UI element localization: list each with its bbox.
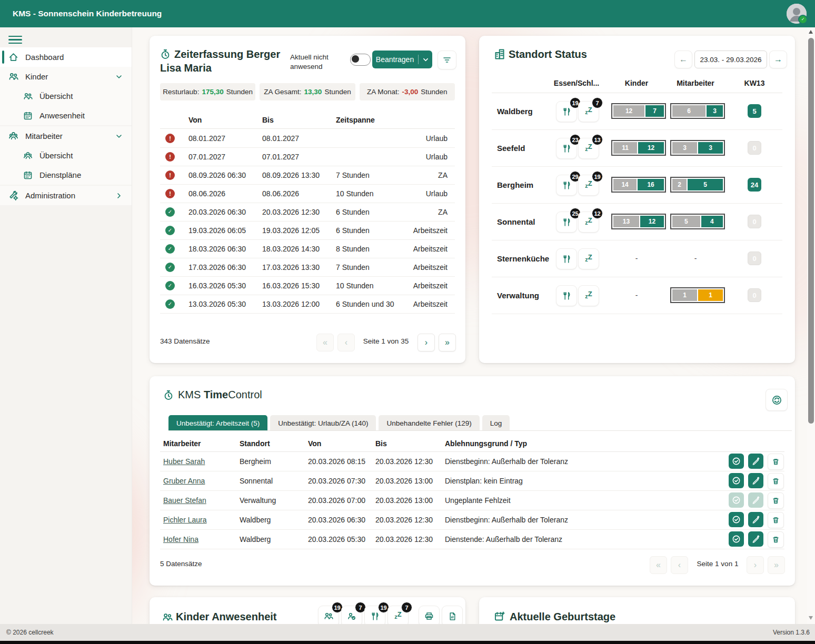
employee-link[interactable]: Bauer Stefan xyxy=(163,496,206,505)
next-week-button[interactable]: → xyxy=(769,51,787,68)
sleep-count-button[interactable]: zZ7 xyxy=(387,606,409,627)
column-bis: Bis xyxy=(262,116,274,124)
meal-count-button[interactable]: 23 xyxy=(556,138,577,159)
sleep-count-button[interactable]: zZ19 xyxy=(578,175,599,196)
meal-count-button[interactable] xyxy=(556,248,577,269)
fork-knife-icon xyxy=(562,144,571,153)
beantragen-button[interactable]: Beantragen xyxy=(372,51,432,68)
sidebar-item-administration[interactable]: Administration xyxy=(0,186,132,205)
filter-button[interactable] xyxy=(438,51,456,69)
meal-count-button[interactable] xyxy=(556,285,577,306)
stat-za-gesamt: ZA Gesamt:13,30Stunden xyxy=(260,83,355,100)
prev-page-icon[interactable]: ‹ xyxy=(671,556,688,574)
sidebar-item-dashboard[interactable]: Dashboard xyxy=(0,47,132,67)
table-row[interactable]: !07.01.202707.01.2027Urlaub xyxy=(160,147,455,166)
refresh-icon xyxy=(772,395,782,405)
sleep-count-button[interactable]: zZ xyxy=(578,248,599,269)
meal-count-button[interactable]: 19 xyxy=(556,101,577,122)
children-icon xyxy=(324,611,333,621)
refresh-button[interactable] xyxy=(766,389,788,411)
print-button[interactable] xyxy=(419,606,440,627)
timecontrol-card: KMS TimeControl Unbestätigt: Arbeitszeit… xyxy=(150,376,795,586)
delete-button[interactable] xyxy=(768,512,784,528)
next-page-icon[interactable]: › xyxy=(418,334,435,351)
page-indicator: Seite 1 von 1 xyxy=(693,560,742,568)
tab-unbestaetigt-arbeitszeit[interactable]: Unbestätigt: Arbeitszeit (5) xyxy=(168,415,267,431)
date-range-picker[interactable]: 23.03. - 29.03.2026 xyxy=(694,51,767,68)
sidebar-item-mitarbeiter-uebersicht[interactable]: Übersicht xyxy=(0,146,132,165)
last-page-icon[interactable]: » xyxy=(439,334,456,351)
delete-button[interactable] xyxy=(768,492,784,509)
sleep-count-button[interactable]: zZ7 xyxy=(578,101,599,122)
standort-title: Standort Status xyxy=(509,48,587,61)
column-essen-schlafen: Essen/Schl... xyxy=(554,79,599,87)
sleep-count-button[interactable]: zZ13 xyxy=(578,138,599,159)
employee-link[interactable]: Pichler Laura xyxy=(163,516,207,524)
column-bis: Bis xyxy=(375,439,387,448)
first-page-icon[interactable]: « xyxy=(650,556,667,574)
filter-icon xyxy=(443,56,451,64)
scrollbar-thumb[interactable] xyxy=(808,38,814,424)
approve-button[interactable] xyxy=(729,454,744,469)
report-button[interactable] xyxy=(442,606,463,627)
sidebar-item-dienstplaene[interactable]: Dienstpläne xyxy=(0,165,132,185)
scroll-down-icon[interactable] xyxy=(809,616,813,620)
table-row[interactable]: ✓17.03.2026 06:3017.03.2026 13:307 Stund… xyxy=(160,258,455,277)
meal-count-button[interactable]: 19 xyxy=(364,606,385,627)
delete-button[interactable] xyxy=(768,473,784,489)
delete-button[interactable] xyxy=(768,454,784,470)
sleep-icon: zZ xyxy=(394,612,401,620)
kw-badge: 0 xyxy=(748,215,761,228)
edit-button[interactable] xyxy=(748,473,763,488)
tab-unbestaetigt-urlaub-za[interactable]: Unbestätigt: Urlaub/ZA (140) xyxy=(270,415,376,431)
first-page-icon[interactable]: « xyxy=(316,334,334,351)
prev-week-button[interactable]: ← xyxy=(674,51,692,68)
fork-knife-icon xyxy=(562,107,571,116)
building-icon xyxy=(494,48,505,60)
employee-link[interactable]: Gruber Anna xyxy=(163,477,205,485)
sidebar-item-anwesenheit[interactable]: Anwesenheit xyxy=(0,106,132,125)
table-row[interactable]: ✓19.03.2026 06:0519.03.2026 12:056 Stund… xyxy=(160,221,455,240)
table-row[interactable]: ✓20.03.2026 06:3020.03.2026 12:306 Stund… xyxy=(160,203,455,222)
meal-count-button[interactable]: 29 xyxy=(556,175,577,196)
table-row[interactable]: ✓13.03.2026 05:3013.03.2026 12:006 Stund… xyxy=(160,295,455,314)
tab-log[interactable]: Log xyxy=(482,415,510,431)
table-row[interactable]: ✓16.03.2026 05:3016.03.2026 15:3010 Stun… xyxy=(160,276,455,295)
sidebar-item-kinder-uebersicht[interactable]: Übersicht xyxy=(0,86,132,106)
menu-toggle-icon[interactable] xyxy=(8,34,22,44)
table-row[interactable]: !08.09.2026 06:3008.09.2026 13:307 Stund… xyxy=(160,166,455,185)
standort-status-card: Standort Status ← 23.03. - 29.03.2026 → … xyxy=(479,36,795,363)
table-row[interactable]: !08.06.202608.06.202610 StundenUrlaub xyxy=(160,184,455,203)
delete-button[interactable] xyxy=(768,531,784,548)
user-avatar[interactable]: ✓ xyxy=(787,4,807,24)
tab-unbehandelte-fehler[interactable]: Unbehandelte Fehler (129) xyxy=(379,415,479,431)
meal-count-button[interactable]: 25 xyxy=(556,212,577,233)
edit-button[interactable] xyxy=(748,512,763,527)
sleep-count-button[interactable]: zZ12 xyxy=(578,212,599,233)
approve-button[interactable] xyxy=(729,531,744,547)
vertical-scrollbar[interactable] xyxy=(807,27,815,624)
confirmed-count-button[interactable]: 7 xyxy=(341,606,362,627)
staff-group-icon xyxy=(8,131,18,141)
approve-button[interactable] xyxy=(729,512,744,527)
sidebar: Dashboard Kinder Übersicht Anwesenheit M… xyxy=(0,27,132,624)
employee-link[interactable]: Hofer Nina xyxy=(163,535,198,544)
last-page-icon[interactable]: » xyxy=(768,556,785,574)
approve-button[interactable] xyxy=(729,473,744,488)
scroll-up-icon[interactable] xyxy=(809,30,813,34)
prev-page-icon[interactable]: ‹ xyxy=(337,334,355,351)
table-row[interactable]: ✓18.03.2026 06:3018.03.2026 14:308 Stund… xyxy=(160,239,455,258)
sidebar-item-kinder[interactable]: Kinder xyxy=(0,67,132,86)
sidebar-item-mitarbeiter[interactable]: Mitarbeiter xyxy=(0,126,132,146)
group-count-button[interactable]: 19 xyxy=(318,606,339,627)
version-text: Version 1.3.6 xyxy=(773,624,810,641)
next-page-icon[interactable]: › xyxy=(747,556,764,574)
edit-button[interactable] xyxy=(748,531,763,547)
edit-button[interactable] xyxy=(748,454,763,469)
presence-toggle[interactable] xyxy=(350,54,371,66)
table-row[interactable]: !08.01.202708.01.2027Urlaub xyxy=(160,129,455,148)
employee-link[interactable]: Huber Sarah xyxy=(163,457,205,466)
error-icon: ! xyxy=(165,134,175,143)
count-badge: 7 xyxy=(401,602,412,613)
sleep-count-button[interactable]: zZ xyxy=(578,285,599,306)
